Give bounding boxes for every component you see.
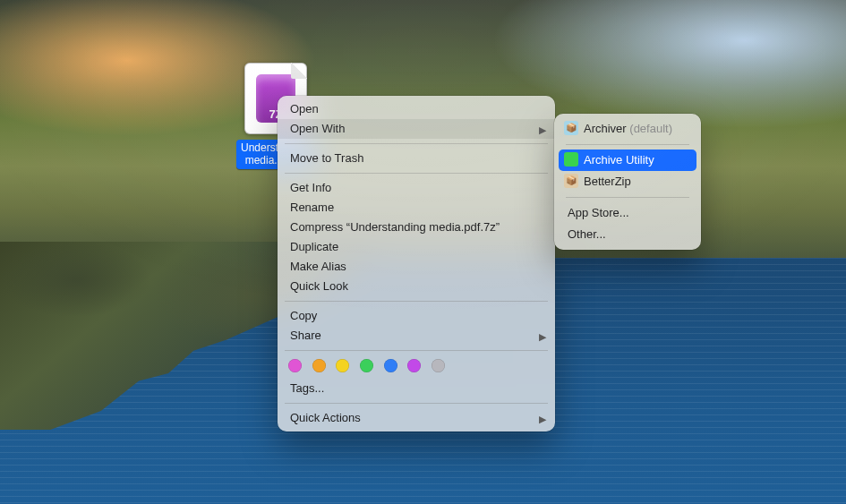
chevron-right-icon: ▶ — [539, 329, 546, 344]
wallpaper-sea — [0, 258, 846, 504]
open-with-submenu: 📦 Archiver (default) Archive Utility 📦 B… — [554, 114, 701, 250]
tag-dot[interactable] — [432, 359, 445, 372]
openwith-betterzip[interactable]: 📦 BetterZip — [559, 171, 696, 192]
desktop-file[interactable]: 7Z Understanding media.pdf.7z — [235, 63, 316, 169]
chevron-right-icon: ▶ — [539, 123, 546, 137]
chevron-right-icon: ▶ — [539, 412, 546, 426]
menu-compress[interactable]: Compress “Understanding media.pdf.7z” — [278, 218, 555, 237]
openwith-archiver[interactable]: 📦 Archiver (default) — [559, 118, 696, 140]
desktop[interactable]: 7Z Understanding media.pdf.7z Open Open … — [0, 0, 846, 504]
openwith-app-store[interactable]: App Store... — [559, 202, 696, 224]
context-menu: Open Open With ▶ Move to Trash Get Info … — [278, 96, 555, 431]
file-name: Understanding media.pdf.7z — [236, 140, 315, 169]
archiver-app-icon: 📦 — [564, 121, 578, 135]
menu-move-to-trash[interactable]: Move to Trash — [278, 149, 555, 168]
menu-duplicate[interactable]: Duplicate — [278, 237, 555, 257]
wallpaper-coast — [0, 242, 421, 430]
tag-dot[interactable] — [407, 359, 421, 372]
file-format-label: 7Z — [269, 107, 282, 121]
betterzip-app-icon: 📦 — [564, 174, 578, 188]
menu-open-with[interactable]: Open With ▶ — [278, 119, 555, 139]
menu-make-alias[interactable]: Make Alias — [278, 257, 555, 277]
tag-dot[interactable] — [384, 359, 397, 372]
tag-dot[interactable] — [288, 359, 302, 372]
menu-quick-actions[interactable]: Quick Actions ▶ — [278, 408, 555, 428]
menu-separator — [566, 144, 689, 145]
tag-dot[interactable] — [336, 359, 349, 372]
menu-open[interactable]: Open — [278, 99, 555, 119]
menu-copy[interactable]: Copy — [278, 306, 555, 326]
tag-dot[interactable] — [312, 359, 326, 372]
menu-separator — [285, 403, 548, 404]
menu-separator — [285, 301, 548, 302]
menu-quick-look[interactable]: Quick Look — [278, 277, 555, 296]
menu-tags[interactable]: Tags... — [278, 379, 555, 398]
tag-color-row — [278, 355, 555, 379]
archive-file-icon: 7Z — [244, 63, 307, 134]
tag-dot[interactable] — [360, 359, 373, 372]
menu-rename[interactable]: Rename — [278, 198, 555, 218]
menu-get-info[interactable]: Get Info — [278, 178, 555, 198]
menu-separator — [566, 197, 689, 198]
archive-utility-app-icon — [564, 152, 578, 167]
menu-share[interactable]: Share ▶ — [278, 326, 555, 346]
menu-separator — [285, 350, 548, 351]
openwith-other[interactable]: Other... — [559, 224, 696, 245]
file-badge: 7Z — [256, 74, 295, 123]
menu-separator — [285, 143, 548, 144]
openwith-archive-utility[interactable]: Archive Utility — [559, 149, 696, 171]
menu-separator — [285, 173, 548, 174]
